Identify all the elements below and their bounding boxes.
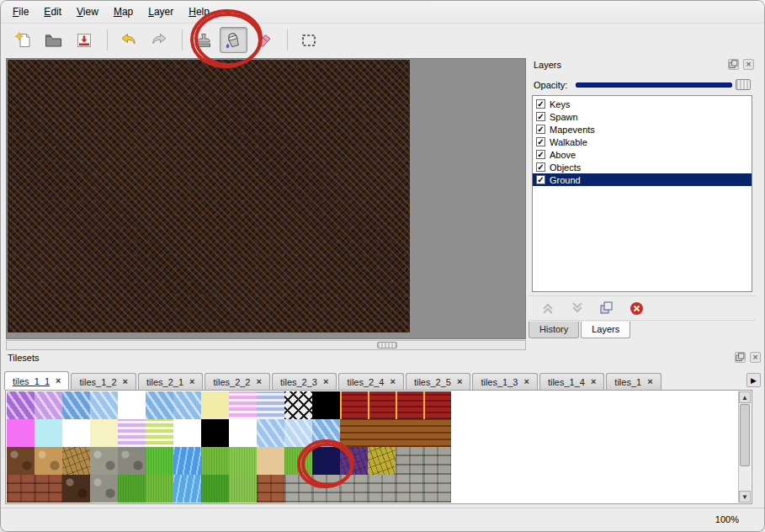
close-tab-icon[interactable]: ×: [257, 377, 262, 386]
tile[interactable]: [257, 447, 284, 475]
tile[interactable]: [90, 475, 118, 503]
tile[interactable]: [173, 419, 201, 447]
fill-tool-button[interactable]: [220, 27, 247, 53]
scrollbar-thumb[interactable]: [377, 342, 397, 348]
new-file-button[interactable]: [9, 27, 37, 53]
tile[interactable]: [368, 447, 396, 475]
layer-visibility-checkbox[interactable]: ✓: [536, 162, 545, 172]
menu-file[interactable]: File: [5, 2, 36, 22]
tile[interactable]: [257, 419, 284, 447]
close-tab-icon[interactable]: ×: [323, 377, 328, 386]
close-tab-icon[interactable]: ×: [56, 376, 61, 386]
tile[interactable]: [201, 447, 229, 475]
tile[interactable]: [229, 475, 257, 503]
close-panel-icon[interactable]: ×: [750, 352, 761, 363]
tileset-tab-tiles_2_1[interactable]: tiles_2_1×: [138, 373, 203, 390]
layer-row-objects[interactable]: ✓Objects: [533, 161, 752, 173]
delete-layer-button[interactable]: [627, 300, 645, 317]
tile[interactable]: [90, 419, 118, 447]
float-panel-icon[interactable]: [735, 352, 746, 363]
tile[interactable]: [229, 447, 257, 475]
tile[interactable]: [423, 447, 451, 475]
tileset-tab-tiles_1_3[interactable]: tiles_1_3×: [472, 373, 537, 390]
tile[interactable]: [368, 419, 396, 447]
tileset-tab-tiles_2_3[interactable]: tiles_2_3×: [272, 373, 337, 390]
tile[interactable]: [257, 391, 284, 419]
menu-view[interactable]: View: [69, 2, 106, 22]
raise-layer-button[interactable]: [539, 300, 557, 317]
tileset-tab-tiles_2_4[interactable]: tiles_2_4×: [338, 373, 403, 390]
tile[interactable]: [35, 447, 62, 475]
tile[interactable]: [340, 447, 368, 475]
tileset-tab-tiles_1_4[interactable]: tiles_1_4×: [539, 373, 604, 390]
tile[interactable]: [118, 475, 146, 503]
tile[interactable]: [312, 447, 340, 475]
tileset-tab-tiles_2_2[interactable]: tiles_2_2×: [205, 373, 269, 390]
float-panel-icon[interactable]: [728, 59, 739, 70]
tab-history[interactable]: History: [529, 322, 579, 338]
scrollbar-thumb[interactable]: [740, 404, 750, 466]
layer-visibility-checkbox[interactable]: ✓: [536, 125, 545, 134]
menu-edit[interactable]: Edit: [36, 2, 69, 22]
layer-row-walkable[interactable]: ✓Walkable: [533, 136, 752, 148]
tile[interactable]: [396, 447, 423, 475]
layer-visibility-checkbox[interactable]: ✓: [536, 99, 545, 109]
tile[interactable]: [118, 419, 146, 447]
tile[interactable]: [35, 391, 62, 419]
close-panel-icon[interactable]: ×: [743, 59, 754, 70]
tile[interactable]: [368, 475, 396, 503]
menu-layer[interactable]: Layer: [141, 2, 181, 22]
menu-map[interactable]: Map: [106, 2, 141, 22]
close-tab-icon[interactable]: ×: [390, 377, 395, 386]
map-viewport[interactable]: [6, 58, 526, 339]
tile[interactable]: [396, 419, 423, 447]
map-canvas[interactable]: [8, 60, 410, 332]
tile[interactable]: [312, 391, 340, 419]
tile[interactable]: [257, 475, 284, 503]
tile[interactable]: [62, 391, 90, 419]
tile[interactable]: [312, 419, 340, 447]
tile[interactable]: [340, 419, 368, 447]
tile[interactable]: [7, 419, 35, 447]
tile[interactable]: [423, 419, 451, 447]
layer-visibility-checkbox[interactable]: ✓: [536, 137, 545, 146]
layer-row-mapevents[interactable]: ✓Mapevents: [533, 123, 752, 136]
opacity-slider-handle[interactable]: [736, 79, 751, 90]
scroll-up-button[interactable]: ▲: [739, 391, 751, 403]
tile[interactable]: [62, 447, 90, 475]
tile[interactable]: [7, 475, 35, 503]
scroll-down-button[interactable]: ▼: [739, 491, 751, 503]
opacity-slider[interactable]: [576, 82, 732, 88]
undo-button[interactable]: [114, 27, 142, 53]
layer-row-keys[interactable]: ✓Keys: [533, 98, 752, 110]
close-tab-icon[interactable]: ×: [189, 377, 194, 386]
tile[interactable]: [173, 475, 201, 503]
duplicate-layer-button[interactable]: [598, 300, 616, 317]
lower-layer-button[interactable]: [568, 300, 587, 317]
close-tab-icon[interactable]: ×: [523, 377, 529, 386]
tile[interactable]: [284, 391, 312, 419]
tile[interactable]: [146, 447, 173, 475]
tileset-tab-tiles_2_5[interactable]: tiles_2_5×: [406, 373, 470, 390]
tile[interactable]: [62, 419, 90, 447]
layer-visibility-checkbox[interactable]: ✓: [536, 112, 545, 121]
tile[interactable]: [35, 475, 62, 503]
tile[interactable]: [340, 475, 368, 503]
tile[interactable]: [229, 419, 257, 447]
tab-layers[interactable]: Layers: [581, 322, 630, 338]
open-file-button[interactable]: [40, 27, 67, 53]
tile[interactable]: [90, 391, 118, 419]
tile[interactable]: [396, 391, 423, 419]
redo-button[interactable]: [145, 27, 173, 53]
tile[interactable]: [201, 419, 229, 447]
close-tab-icon[interactable]: ×: [457, 377, 462, 386]
tile[interactable]: [7, 447, 35, 475]
layer-row-spawn[interactable]: ✓Spawn: [533, 110, 752, 123]
layer-row-ground[interactable]: ✓Ground: [533, 173, 752, 186]
tileset-tab-tiles_1_2[interactable]: tiles_1_2×: [71, 373, 135, 390]
eraser-tool-button[interactable]: [250, 27, 278, 53]
tile[interactable]: [368, 391, 396, 419]
select-tool-button[interactable]: [295, 27, 322, 53]
layer-visibility-checkbox[interactable]: ✓: [536, 150, 545, 159]
save-file-button[interactable]: [70, 27, 98, 53]
